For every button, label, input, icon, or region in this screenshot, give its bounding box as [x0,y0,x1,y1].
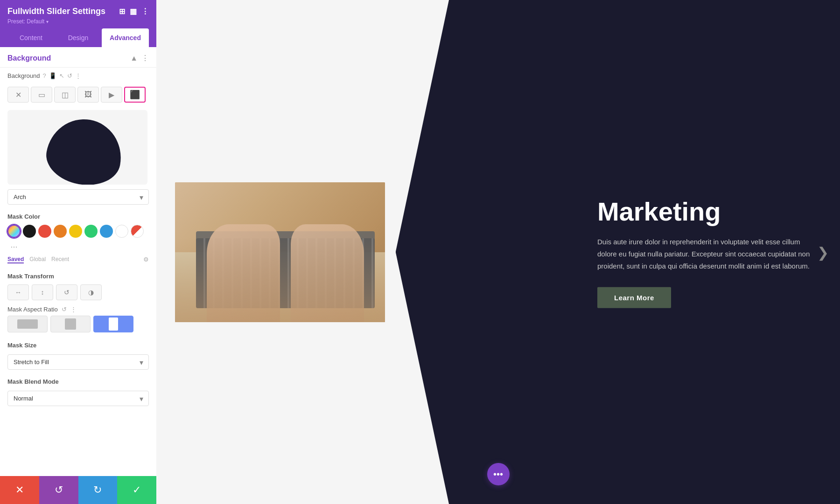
panel-title-text: Fullwidth Slider Settings [7,7,105,16]
save-icon: ✓ [133,484,141,496]
bg-mask-btn[interactable]: ⬛ [124,87,146,103]
mobile-icon[interactable]: 📱 [49,72,56,79]
field-more-icon[interactable]: ⋮ [75,72,81,79]
slide-photo [175,182,385,322]
bg-gradient-btn[interactable]: ◫ [54,87,76,103]
rotate-icon: ↺ [64,289,70,296]
none-icon: ✕ [15,90,21,99]
background-section-header: Background ▲ ⋮ [0,47,156,68]
rotate-btn[interactable]: ↺ [56,284,77,300]
panel-tabs: Content Design Advanced [7,28,149,47]
aspect-landscape-btn[interactable] [7,316,48,332]
settings-panel: Fullwidth Slider Settings ⊞ ▦ ⋮ Preset: … [0,0,156,504]
panel-title-row: Fullwidth Slider Settings ⊞ ▦ ⋮ [7,7,149,16]
preset-dropdown[interactable]: Preset: Default ▾ [7,16,149,25]
mask-size-select[interactable]: Stretch to Fill Fit Actual Size [7,354,149,370]
mask-preview [7,110,147,185]
bg-color-btn[interactable]: ▭ [31,87,52,103]
cancel-button[interactable]: ✕ [0,476,39,504]
mask-blend-mode-select[interactable]: Normal Multiply Screen Overlay Darken Li… [7,391,149,406]
photo-inner [175,182,385,322]
gradient-icon: ◫ [62,90,69,99]
swatch-black[interactable] [23,225,36,238]
bg-image-btn[interactable]: 🖼 [77,87,99,103]
aspect-portrait-btn[interactable] [93,316,133,332]
color-settings-icon[interactable]: ⚙ [143,256,149,263]
bg-video-btn[interactable]: ▶ [101,87,122,103]
video-icon: ▶ [109,90,114,99]
color-icon: ▭ [38,90,45,99]
bg-none-btn[interactable]: ✕ [7,87,29,103]
slide-description: Duis aute irure dolor in reprehenderit i… [597,235,812,272]
section-title: Background [7,54,51,62]
swatch-green[interactable] [84,225,98,238]
mask-blend-mode-dropdown[interactable]: Normal Multiply Screen Overlay Darken Li… [7,391,149,406]
aspect-more-icon[interactable]: ⋮ [70,306,77,313]
mask-shape-dropdown[interactable]: Arch Circle Diamond Hexagon Triangle [7,189,149,205]
aspect-buttons [0,315,156,336]
transform-buttons: ↔ ↕ ↺ ◑ [0,283,156,302]
color-tab-saved[interactable]: Saved [7,256,24,263]
panel-title-icons: ⊞ ▦ ⋮ [119,7,149,16]
columns-icon[interactable]: ▦ [130,7,137,16]
redo-icon: ↻ [93,484,102,496]
help-icon[interactable]: ? [42,72,46,79]
swatch-white[interactable] [115,225,128,238]
reset-icon: ↺ [55,484,63,496]
panel-footer: ✕ ↺ ↻ ✓ [0,476,156,504]
expand-icon[interactable]: ⊞ [119,7,125,16]
mask-blend-mode-label: Mask Blend Mode [0,373,156,388]
mask-size-dropdown[interactable]: Stretch to Fill Fit Actual Size [7,354,149,370]
tab-advanced[interactable]: Advanced [102,28,149,47]
tab-design[interactable]: Design [55,28,102,47]
invert-icon: ◑ [88,289,94,296]
mask-shape-select[interactable]: Arch Circle Diamond Hexagon Triangle [7,189,149,205]
mask-transform-label: Mask Transform [0,267,156,283]
reset-field-icon[interactable]: ↺ [67,72,72,79]
cancel-icon: ✕ [15,484,24,496]
save-button[interactable]: ✓ [117,476,156,504]
mask-icon: ⬛ [130,90,140,100]
flip-h-btn[interactable]: ↔ [7,284,29,300]
floating-menu-icon: ••• [493,469,503,480]
more-icon[interactable]: ⋮ [141,7,149,16]
swatch-yellow[interactable] [69,225,82,238]
collapse-icon[interactable]: ▲ [130,54,138,62]
section-more-icon[interactable]: ⋮ [141,54,149,62]
swatch-blue[interactable] [100,225,113,238]
portrait-icon [109,318,118,331]
slider: Marketing Duis aute irure dolor in repre… [156,0,840,504]
swatch-orange[interactable] [54,225,67,238]
slider-next-arrow[interactable]: ❯ [817,244,829,260]
invert-btn[interactable]: ◑ [80,284,102,300]
tab-content[interactable]: Content [7,28,55,47]
reset-button[interactable]: ↺ [39,476,78,504]
background-field-label: Background [7,72,40,79]
mask-shape-preview [42,113,127,185]
flip-v-btn[interactable]: ↕ [32,284,53,300]
mask-aspect-ratio-row: Mask Aspect Ratio ↺ ⋮ [0,302,156,315]
preset-label: Preset: Default [7,18,44,25]
swatch-custom[interactable] [131,225,144,238]
panel-header: Fullwidth Slider Settings ⊞ ▦ ⋮ Preset: … [0,0,156,47]
aspect-square-btn[interactable] [50,316,91,332]
cursor-icon[interactable]: ↖ [59,72,64,79]
aspect-reset-icon[interactable]: ↺ [62,306,67,313]
swatch-more[interactable]: ··· [7,240,21,253]
mask-aspect-ratio-label: Mask Aspect Ratio [7,306,58,313]
panel-body: Background ▲ ⋮ Background ? 📱 ↖ ↺ ⋮ ✕ ▭ … [0,47,156,504]
background-field-row: Background ? 📱 ↖ ↺ ⋮ [0,68,156,84]
redo-button[interactable]: ↻ [78,476,118,504]
mask-size-label: Mask Size [0,336,156,352]
image-icon: 🖼 [84,90,92,99]
color-tabs: Saved Global Recent ⚙ [0,255,156,267]
swatch-red[interactable] [38,225,51,238]
preset-arrow-icon: ▾ [46,19,49,24]
swatch-transparent[interactable] [7,225,21,238]
slide-title: Marketing [597,196,812,226]
color-tab-global[interactable]: Global [29,256,46,263]
floating-menu-button[interactable]: ••• [487,463,510,485]
flip-h-icon: ↔ [15,289,21,296]
learn-more-button[interactable]: Learn More [597,287,671,308]
color-tab-recent[interactable]: Recent [51,256,69,263]
